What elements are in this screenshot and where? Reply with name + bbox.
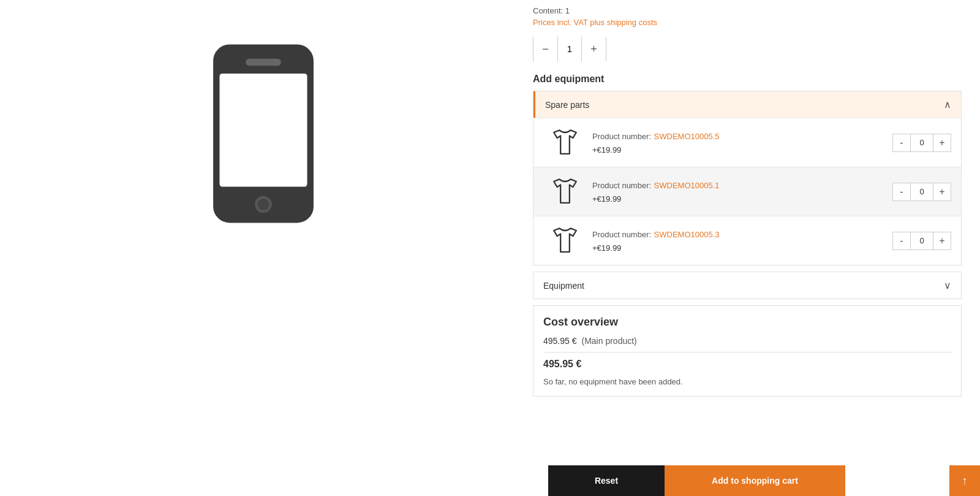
item-1-stepper: - 0 +	[892, 134, 951, 152]
item-2-qty: 0	[911, 183, 933, 201]
bottom-action-bar: Reset Add to shopping cart	[0, 465, 980, 496]
item-3-stepper: - 0 +	[892, 232, 951, 250]
item-1-increment-button[interactable]: +	[933, 134, 951, 152]
qty-increment-button[interactable]: +	[582, 37, 606, 61]
svg-point-6	[258, 199, 269, 210]
content-label: Content: 1	[533, 6, 962, 15]
right-panel: Content: 1 Prices incl. VAT plus shippin…	[527, 0, 980, 496]
product-image-panel	[0, 0, 527, 496]
product-image	[0, 12, 527, 258]
spare-parts-content: Product number: SWDEMO10005.5 +€19.99 - …	[533, 118, 961, 265]
add-equipment-label: Add equipment	[533, 74, 962, 85]
spare-part-item-3: Product number: SWDEMO10005.3 +€19.99 - …	[533, 216, 961, 265]
svg-rect-3	[246, 59, 281, 66]
item-2-pn-label: Product number:	[592, 181, 651, 190]
spare-parts-chevron-icon: ∧	[944, 99, 951, 110]
equipment-accordion-header[interactable]: Equipment ∨	[533, 272, 961, 299]
item-1-price: +€19.99	[592, 145, 883, 155]
qty-decrement-button[interactable]: −	[533, 37, 557, 61]
spare-part-item-1: Product number: SWDEMO10005.5 +€19.99 - …	[533, 118, 961, 167]
main-product-label: (Main product)	[582, 336, 637, 346]
item-3-details: Product number: SWDEMO10005.3 +€19.99	[586, 229, 883, 253]
equipment-chevron-icon: ∨	[944, 280, 951, 291]
item-3-decrement-button[interactable]: -	[892, 232, 911, 250]
main-product-price: 495.95 €	[543, 336, 577, 346]
item-2-details: Product number: SWDEMO10005.1 +€19.99	[586, 180, 883, 204]
item-3-pn-label: Product number:	[592, 230, 651, 239]
spare-parts-accordion: Spare parts ∧ Product number:	[533, 91, 962, 265]
equipment-label: Equipment	[543, 281, 584, 291]
item-1-details: Product number: SWDEMO10005.5 +€19.99	[586, 131, 883, 155]
item-2-price: +€19.99	[592, 194, 883, 204]
item-1-image	[543, 126, 586, 159]
main-quantity-stepper: − +	[533, 37, 606, 61]
item-2-decrement-button[interactable]: -	[892, 183, 911, 201]
qty-input[interactable]	[557, 37, 582, 61]
item-3-increment-button[interactable]: +	[933, 232, 951, 250]
item-3-image	[543, 224, 586, 258]
no-equipment-note: So far, no equipment have been added.	[543, 377, 951, 386]
item-1-product-number-row: Product number: SWDEMO10005.5	[592, 131, 883, 142]
item-2-product-number-row: Product number: SWDEMO10005.1	[592, 180, 883, 191]
item-2-increment-button[interactable]: +	[933, 183, 951, 201]
cost-overview-panel: Cost overview 495.95 € (Main product) 49…	[533, 305, 962, 397]
cost-overview-title: Cost overview	[543, 316, 951, 329]
item-2-image	[543, 175, 586, 208]
cost-main-line: 495.95 € (Main product)	[543, 336, 951, 353]
item-1-qty: 0	[911, 134, 933, 152]
spare-parts-label: Spare parts	[545, 100, 589, 110]
item-1-pn-label: Product number:	[592, 132, 651, 141]
prices-vat-link[interactable]: Prices incl. VAT plus shipping costs	[533, 18, 962, 27]
equipment-accordion: Equipment ∨	[533, 272, 962, 299]
item-1-pn-link[interactable]: SWDEMO10005.5	[654, 132, 720, 141]
item-3-price: +€19.99	[592, 243, 883, 253]
add-to-cart-button[interactable]: Add to shopping cart	[665, 465, 845, 496]
spare-parts-accordion-header[interactable]: Spare parts ∧	[533, 91, 961, 118]
item-1-decrement-button[interactable]: -	[892, 134, 911, 152]
item-2-pn-link[interactable]: SWDEMO10005.1	[654, 181, 720, 190]
item-3-product-number-row: Product number: SWDEMO10005.3	[592, 229, 883, 240]
phone-illustration	[202, 42, 325, 228]
reset-button[interactable]: Reset	[548, 465, 665, 496]
item-3-qty: 0	[911, 232, 933, 250]
cost-total: 495.95 €	[543, 359, 951, 370]
svg-rect-1	[219, 74, 307, 187]
item-2-stepper: - 0 +	[892, 183, 951, 201]
spare-part-item-2: Product number: SWDEMO10005.1 +€19.99 - …	[533, 167, 961, 216]
item-3-pn-link[interactable]: SWDEMO10005.3	[654, 230, 720, 239]
